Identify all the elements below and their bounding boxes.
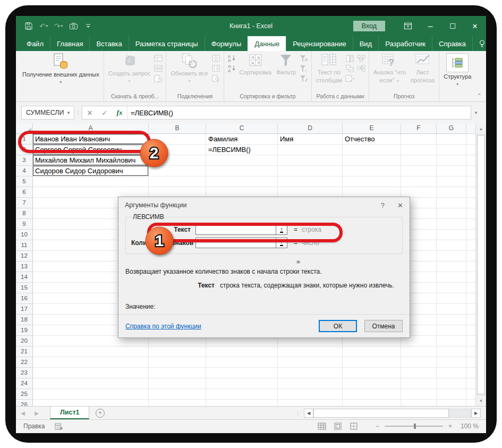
show-queries-icon[interactable]: [154, 54, 163, 62]
cell-E5[interactable]: [343, 176, 401, 187]
collapse-ribbon-icon[interactable]: ⌃: [477, 92, 482, 99]
row-header-24[interactable]: 24: [16, 378, 33, 389]
forecast-sheet-button[interactable]: Лист прогноза: [409, 53, 436, 84]
filter-button[interactable]: Фильтр: [275, 53, 297, 77]
maximize-button[interactable]: ☐: [441, 16, 464, 36]
save-icon[interactable]: [24, 22, 33, 30]
flash-fill-icon[interactable]: [345, 54, 355, 62]
cancel-button[interactable]: Отмена: [364, 320, 403, 332]
cell-C26[interactable]: [206, 400, 278, 406]
cell-C1[interactable]: Фамилия: [206, 134, 278, 145]
cell-F22[interactable]: [401, 357, 437, 368]
outline-button[interactable]: Структура ▼: [442, 53, 473, 88]
cell-D21[interactable]: [278, 346, 343, 357]
dialog-help-icon[interactable]: ?: [381, 201, 385, 209]
cell-G24[interactable]: [437, 378, 466, 389]
name-box[interactable]: СУММЕСЛИ ▼: [21, 106, 74, 120]
cell-G23[interactable]: [437, 368, 466, 378]
sort-descending-icon[interactable]: ЯА: [227, 64, 236, 72]
row-header-25[interactable]: 25: [16, 389, 33, 400]
cell-E2[interactable]: [343, 145, 401, 155]
expand-formula-bar-icon[interactable]: ▼: [471, 111, 481, 115]
row-header-19[interactable]: 19: [16, 325, 33, 336]
cell-C21[interactable]: [206, 346, 278, 357]
row-header-7[interactable]: 7: [16, 198, 33, 208]
scroll-down-icon[interactable]: ▼: [476, 395, 486, 406]
column-header-B[interactable]: B: [149, 123, 206, 134]
row-header-6[interactable]: 6: [16, 187, 33, 198]
redo-icon[interactable]: ↷▾: [54, 22, 63, 30]
scroll-right-icon[interactable]: ▶: [471, 409, 481, 418]
name-box-dropdown-icon[interactable]: ▼: [66, 111, 71, 115]
sort-ascending-icon[interactable]: АЯ: [227, 54, 236, 62]
row-header-26[interactable]: 26: [16, 400, 33, 406]
cell-G13[interactable]: [437, 261, 466, 272]
cell-E1[interactable]: Отчество: [343, 134, 401, 145]
cell-C22[interactable]: [206, 357, 278, 368]
normal-view-icon[interactable]: [314, 422, 330, 430]
cell-F6[interactable]: [401, 187, 437, 198]
row-header-23[interactable]: 23: [16, 368, 33, 378]
cell-F1[interactable]: [401, 134, 437, 145]
ribbon-display-options-icon[interactable]: [397, 16, 419, 36]
cell-G12[interactable]: [437, 251, 466, 261]
macro-record-icon[interactable]: [55, 423, 63, 430]
cell-D26[interactable]: [278, 400, 343, 406]
cell-G1[interactable]: [437, 134, 466, 145]
cell-G22[interactable]: [437, 357, 466, 368]
insert-function-icon[interactable]: fx: [112, 108, 127, 117]
tab-файл[interactable]: Файл: [20, 36, 50, 51]
cell-A26[interactable]: [33, 400, 149, 406]
cell-C25[interactable]: [206, 389, 278, 400]
properties-icon[interactable]: [211, 64, 221, 72]
cell-B26[interactable]: [149, 400, 206, 406]
tab-разметка-страницы[interactable]: Разметка страницы: [129, 36, 205, 51]
row-header-3[interactable]: 3: [16, 155, 33, 166]
row-header-17[interactable]: 17: [16, 304, 33, 315]
vertical-scroll-thumb[interactable]: [477, 135, 485, 394]
cancel-entry-icon[interactable]: ✕: [82, 109, 97, 117]
scroll-up-icon[interactable]: ▲: [476, 123, 486, 134]
consolidate-icon[interactable]: [356, 54, 366, 62]
row-header-8[interactable]: 8: [16, 208, 33, 219]
cell-A23[interactable]: [33, 368, 149, 378]
tab-рецензирование[interactable]: Рецензирование: [286, 36, 352, 51]
cell-F25[interactable]: [401, 389, 437, 400]
cell-G6[interactable]: [437, 187, 466, 198]
zoom-out-icon[interactable]: −: [376, 422, 379, 430]
row-header-18[interactable]: 18: [16, 315, 33, 325]
edit-links-icon[interactable]: [211, 74, 221, 82]
cell-D4[interactable]: [278, 166, 343, 176]
cell-B21[interactable]: [149, 346, 206, 357]
refresh-all-button[interactable]: Обновить все ▼: [169, 53, 209, 85]
zoom-slider[interactable]: − +: [376, 422, 452, 430]
horizontal-scroll-thumb[interactable]: [313, 409, 449, 418]
sheet-nav-left-icon[interactable]: ◀: [16, 407, 30, 419]
tab-справка[interactable]: Справка: [432, 36, 472, 51]
row-header-14[interactable]: 14: [16, 272, 33, 283]
cell-A22[interactable]: [33, 357, 149, 368]
row-header-5[interactable]: 5: [16, 176, 33, 187]
tab-вставка[interactable]: Вставка: [89, 36, 128, 51]
data-validation-icon[interactable]: [345, 74, 355, 82]
text-to-columns-button[interactable]: Текст по столбцам: [314, 53, 344, 84]
zoom-in-icon[interactable]: +: [448, 422, 452, 430]
row-header-15[interactable]: 15: [16, 283, 33, 293]
zoom-thumb[interactable]: [414, 424, 416, 429]
cell-D5[interactable]: [278, 176, 343, 187]
cell-G14[interactable]: [437, 272, 466, 283]
cell-D6[interactable]: [278, 187, 343, 198]
cell-G17[interactable]: [437, 304, 466, 315]
page-layout-view-icon[interactable]: [330, 422, 346, 430]
cell-F24[interactable]: [401, 378, 437, 389]
row-header-16[interactable]: 16: [16, 293, 33, 304]
new-query-button[interactable]: Создать запрос ▼: [107, 53, 152, 85]
cell-A4[interactable]: Сидоров Сидор Сидорович: [33, 166, 149, 176]
row-header-11[interactable]: 11: [16, 240, 33, 251]
dialog-title-bar[interactable]: Аргументы функции ? ✕: [118, 197, 410, 213]
tab-вид[interactable]: Вид: [353, 36, 379, 51]
cell-G20[interactable]: [437, 336, 466, 346]
cell-A24[interactable]: [33, 378, 149, 389]
cell-A6[interactable]: [33, 187, 149, 198]
minimize-button[interactable]: ─: [419, 16, 441, 36]
